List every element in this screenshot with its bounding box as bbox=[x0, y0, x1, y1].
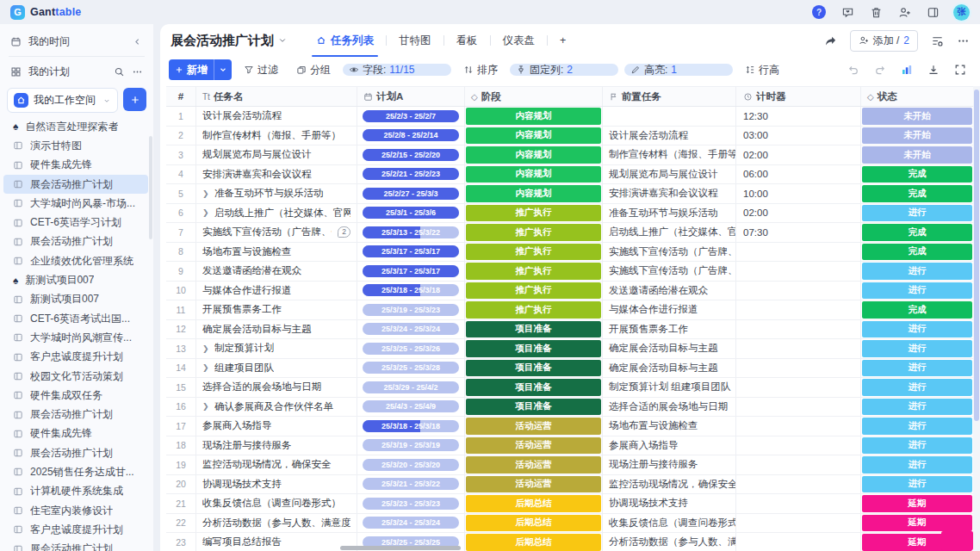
user-avatar[interactable]: 张 bbox=[953, 4, 970, 21]
phase-cell[interactable]: 内容规划 bbox=[465, 145, 603, 164]
status-cell[interactable]: 未开始 bbox=[861, 145, 973, 164]
phase-cell[interactable]: 项目准备 bbox=[465, 339, 603, 358]
predecessor-cell[interactable]: 选择合适的展会场地与日期 bbox=[603, 398, 736, 417]
status-cell[interactable]: 完成 bbox=[861, 184, 973, 203]
table-row[interactable]: 14❯组建项目团队25/3/25 - 25/3/28项目准备确定展会活动目标与主… bbox=[166, 359, 973, 379]
sidebar-item-project[interactable]: 2025销售任务达成甘... bbox=[3, 462, 148, 481]
table-row[interactable]: 23编写项目总结报告25/3/25 - 25/3/25后期总结分析活动数据（参与… bbox=[166, 533, 973, 551]
status-cell[interactable]: 进行 bbox=[861, 398, 973, 417]
task-name-cell[interactable]: 与媒体合作进行报道 bbox=[196, 282, 357, 300]
search-icon[interactable] bbox=[114, 66, 125, 77]
status-cell[interactable]: 进行 bbox=[861, 204, 973, 223]
sidebar-item-project[interactable]: 企业绩效优化管理系统 bbox=[3, 251, 148, 270]
col-header-plan[interactable]: 计划A bbox=[357, 87, 465, 106]
sidebar-item-project[interactable]: 展会活动推广计划 bbox=[3, 232, 148, 251]
status-cell[interactable]: 进行 bbox=[861, 417, 973, 436]
group-button[interactable]: 分组 bbox=[290, 59, 337, 80]
phase-cell[interactable]: 推广执行 bbox=[465, 282, 603, 300]
panel-icon[interactable] bbox=[925, 4, 940, 20]
plan-cell[interactable]: 25/3/19 - 25/3/23 bbox=[357, 300, 465, 319]
timer-cell[interactable] bbox=[736, 436, 861, 455]
predecessor-cell[interactable]: 制定预算计划 组建项目团队 bbox=[603, 378, 736, 397]
status-cell[interactable]: 延期 bbox=[861, 494, 973, 513]
tab-board[interactable]: 看板 bbox=[454, 24, 481, 57]
plan-cell[interactable]: 25/3/24 - 25/3/24 bbox=[357, 514, 465, 533]
table-row[interactable]: 11开展预售票务工作25/3/19 - 25/3/23推广执行与媒体合作进行报道… bbox=[166, 300, 973, 320]
tab-add-view[interactable]: + bbox=[557, 24, 568, 57]
phase-cell[interactable]: 后期总结 bbox=[465, 533, 603, 551]
highlight-button[interactable]: 高亮: 1 bbox=[624, 64, 733, 76]
status-cell[interactable]: 进行 bbox=[861, 282, 973, 300]
table-row[interactable]: 5❯准备互动环节与娱乐活动25/2/27 - 25/3/3内容规划安排演讲嘉宾和… bbox=[166, 184, 973, 204]
predecessor-cell[interactable]: 安排演讲嘉宾和会议议程 bbox=[603, 184, 736, 203]
timer-cell[interactable] bbox=[736, 320, 861, 339]
redo-icon[interactable] bbox=[874, 64, 886, 76]
tab-gantt[interactable]: 甘特图 bbox=[396, 24, 434, 57]
timer-cell[interactable] bbox=[736, 417, 861, 436]
table-row[interactable]: 21收集反馈信息（调查问卷形式）25/3/23 - 25/3/23后期总结协调现… bbox=[166, 494, 973, 514]
status-cell[interactable]: 进行 bbox=[861, 359, 973, 378]
new-task-button[interactable]: 新增 bbox=[169, 59, 232, 80]
col-header-predecessor[interactable]: 前置任务 bbox=[603, 87, 736, 106]
predecessor-cell[interactable]: 监控活动现场情况，确保安全 bbox=[603, 475, 736, 494]
horizontal-scrollbar[interactable] bbox=[340, 546, 461, 550]
task-name-cell[interactable]: ❯制定预算计划 bbox=[196, 339, 357, 358]
task-name-cell[interactable]: 分析活动数据（参与人数、满意度等） bbox=[196, 514, 357, 533]
task-name-cell[interactable]: ❯组建项目团队 bbox=[196, 359, 357, 378]
predecessor-cell[interactable]: 启动线上推广（社交媒体、官网等） bbox=[603, 223, 736, 242]
sidebar-item-project[interactable]: 展会活动推广计划 bbox=[3, 175, 148, 194]
collapse-sidebar-icon[interactable] bbox=[132, 36, 143, 47]
new-task-dropdown[interactable] bbox=[214, 59, 232, 80]
timer-cell[interactable]: 03:00 bbox=[736, 127, 861, 145]
plan-cell[interactable]: 25/3/20 - 25/3/20 bbox=[357, 455, 465, 474]
expand-icon[interactable]: ❯ bbox=[202, 344, 211, 353]
table-row[interactable]: 8场地布置与设施检查25/3/17 - 25/3/17推广执行实施线下宣传活动（… bbox=[166, 243, 973, 263]
task-name-cell[interactable]: 确定展会活动目标与主题 bbox=[196, 320, 357, 339]
predecessor-cell[interactable]: 制作宣传材料（海报、手册等） bbox=[603, 145, 736, 164]
table-row[interactable]: 15选择合适的展会场地与日期25/3/29 - 25/4/2项目准备制定预算计划… bbox=[166, 378, 973, 398]
table-row[interactable]: 2制作宣传材料（海报、手册等）25/2/8 - 25/2/14内容规划设计展会活… bbox=[166, 127, 973, 146]
task-name-cell[interactable]: 参展商入场指导 bbox=[196, 417, 357, 436]
sidebar-item-project[interactable]: 新测试项目007 bbox=[3, 290, 148, 309]
timer-cell[interactable] bbox=[736, 300, 861, 319]
phase-cell[interactable]: 项目准备 bbox=[465, 378, 603, 397]
phase-cell[interactable]: 推广执行 bbox=[465, 204, 603, 223]
row-height-button[interactable]: 行高 bbox=[739, 59, 785, 80]
expand-icon[interactable]: ❯ bbox=[202, 363, 211, 372]
sidebar-item-project[interactable]: 住宅室内装修设计 bbox=[3, 501, 148, 520]
status-cell[interactable]: 完成 bbox=[861, 165, 973, 184]
table-row[interactable]: 7实施线下宣传活动（广告牌、传...225/3/13 - 25/3/22推广执行… bbox=[166, 223, 973, 243]
expand-icon[interactable]: ❯ bbox=[202, 189, 211, 198]
status-cell[interactable]: 进行 bbox=[861, 262, 973, 281]
table-row[interactable]: 1设计展会活动流程25/2/3 - 25/2/7内容规划12:30未开始 bbox=[166, 107, 973, 127]
col-header-task-name[interactable]: Tt任务名 bbox=[196, 87, 357, 106]
expand-icon[interactable]: ❯ bbox=[202, 208, 211, 217]
plan-cell[interactable]: 25/3/25 - 25/3/28 bbox=[357, 359, 465, 378]
task-name-cell[interactable]: 场地布置与设施检查 bbox=[196, 243, 357, 262]
page-title[interactable]: 展会活动推广计划 bbox=[171, 33, 287, 49]
predecessor-cell[interactable]: 实施线下宣传活动（广告牌、传单等 bbox=[603, 243, 736, 262]
plan-cell[interactable]: 25/3/19 - 25/3/19 bbox=[357, 436, 465, 455]
task-name-cell[interactable]: 编写项目总结报告 bbox=[196, 533, 357, 551]
task-name-cell[interactable]: ❯启动线上推广（社交媒体、官网... bbox=[196, 204, 357, 223]
predecessor-cell[interactable]: 规划展览布局与展位设计 bbox=[603, 165, 736, 184]
phase-cell[interactable]: 推广执行 bbox=[465, 300, 603, 319]
more-icon[interactable] bbox=[132, 66, 143, 77]
sidebar-section-my-plans[interactable]: 我的计划 bbox=[0, 60, 153, 83]
vertical-scrollbar[interactable] bbox=[974, 90, 979, 421]
table-row[interactable]: 12确定展会活动目标与主题25/3/24 - 25/3/24项目准备开展预售票务… bbox=[166, 320, 973, 340]
sidebar-item-project[interactable]: 大学城时尚风暴-市场... bbox=[3, 194, 148, 213]
phase-cell[interactable]: 活动运营 bbox=[465, 455, 603, 474]
status-cell[interactable]: 进行 bbox=[861, 320, 973, 339]
help-icon[interactable]: ? bbox=[811, 4, 827, 20]
timer-cell[interactable] bbox=[736, 494, 861, 513]
timer-cell[interactable] bbox=[736, 514, 861, 533]
timer-cell[interactable]: 02:00 bbox=[736, 145, 861, 164]
timer-cell[interactable] bbox=[736, 359, 861, 378]
share-icon[interactable] bbox=[824, 34, 837, 47]
feedback-icon[interactable] bbox=[840, 4, 855, 20]
chart-icon[interactable] bbox=[901, 64, 913, 76]
plan-cell[interactable]: 25/3/25 - 25/3/26 bbox=[357, 339, 465, 358]
timer-cell[interactable] bbox=[736, 339, 861, 358]
timer-cell[interactable]: 07:30 bbox=[736, 223, 861, 242]
